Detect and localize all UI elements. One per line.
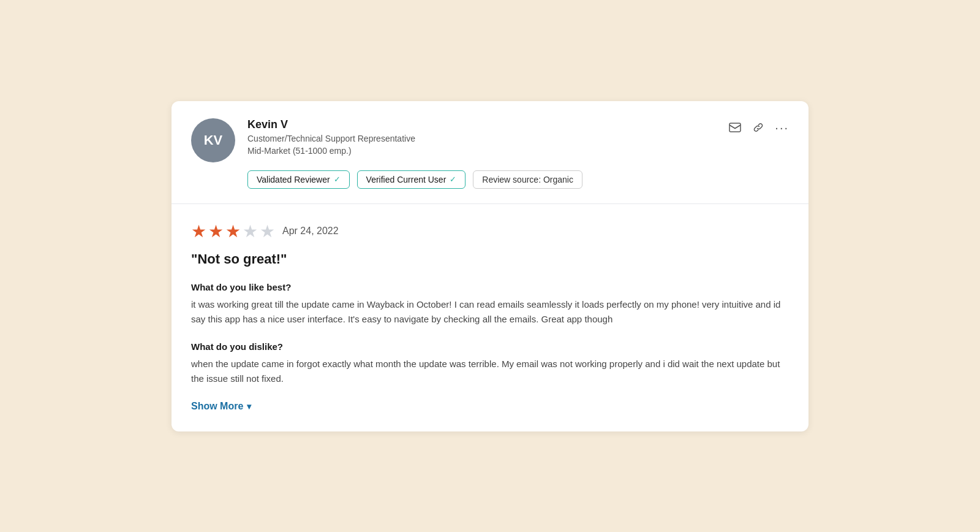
link-icon[interactable] bbox=[752, 121, 765, 134]
user-name: Kevin V bbox=[247, 118, 582, 131]
more-options-icon[interactable]: ··· bbox=[775, 121, 789, 134]
user-info: Kevin V Customer/Technical Support Repre… bbox=[247, 118, 582, 189]
star-4: ★ bbox=[243, 221, 258, 241]
section-dislikes-label: What do you dislike? bbox=[191, 341, 789, 352]
rating-row: ★ ★ ★ ★ ★ Apr 24, 2022 bbox=[191, 221, 789, 241]
star-5: ★ bbox=[260, 221, 275, 241]
badge-label: Validated Reviewer bbox=[257, 175, 330, 184]
show-more-button[interactable]: Show More ▾ bbox=[191, 401, 251, 412]
card-header: KV Kevin V Customer/Technical Support Re… bbox=[172, 101, 809, 204]
star-1: ★ bbox=[191, 221, 206, 241]
show-more-label: Show More bbox=[191, 401, 243, 412]
badge-review-source[interactable]: Review source: Organic bbox=[473, 170, 582, 189]
check-icon: ✓ bbox=[334, 175, 341, 184]
chevron-down-icon: ▾ bbox=[247, 401, 251, 411]
user-segment: Mid-Market (51-1000 emp.) bbox=[247, 146, 582, 156]
card-body: ★ ★ ★ ★ ★ Apr 24, 2022 "Not so great!" W… bbox=[172, 204, 809, 431]
badge-label: Review source: Organic bbox=[482, 175, 573, 184]
review-card: KV Kevin V Customer/Technical Support Re… bbox=[172, 101, 809, 431]
check-icon: ✓ bbox=[450, 175, 456, 184]
review-title: "Not so great!" bbox=[191, 251, 789, 267]
header-left: KV Kevin V Customer/Technical Support Re… bbox=[191, 118, 582, 189]
section-likes-text: it was working great till the update cam… bbox=[191, 297, 789, 327]
star-3: ★ bbox=[225, 221, 241, 241]
header-actions: ··· bbox=[728, 118, 789, 134]
badge-label: Verified Current User bbox=[366, 175, 447, 184]
badges-row: Validated Reviewer ✓ Verified Current Us… bbox=[247, 170, 582, 189]
star-rating: ★ ★ ★ ★ ★ bbox=[191, 221, 275, 241]
star-2: ★ bbox=[208, 221, 224, 241]
mail-icon[interactable] bbox=[728, 121, 742, 134]
review-date: Apr 24, 2022 bbox=[282, 226, 339, 237]
avatar: KV bbox=[191, 118, 235, 162]
section-dislikes-text: when the update came in forgot exactly w… bbox=[191, 357, 789, 386]
badge-verified-user[interactable]: Verified Current User ✓ bbox=[357, 170, 466, 189]
badge-validated-reviewer[interactable]: Validated Reviewer ✓ bbox=[247, 170, 350, 189]
section-likes-label: What do you like best? bbox=[191, 282, 789, 292]
svg-rect-0 bbox=[729, 123, 741, 132]
user-role: Customer/Technical Support Representativ… bbox=[247, 134, 582, 143]
